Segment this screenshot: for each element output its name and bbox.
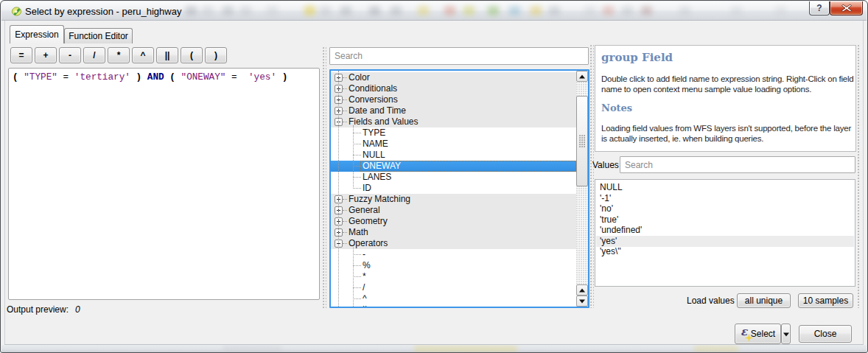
vscroll-down-button[interactable] [576,296,588,307]
operator-button-+[interactable]: + [35,47,57,63]
titlebar-reflection [391,6,402,15]
select-by-expression-dialog: Select by expression - peru_highway ? Ex… [0,0,868,353]
vscroll-up-button[interactable] [576,71,588,82]
arrow-up-icon [579,288,585,292]
tree-connector [353,254,361,255]
value-item--yes-[interactable]: 'yes\'' [596,246,854,257]
tree-connector [343,199,347,200]
titlebar-reflection [186,6,197,15]
tree-group-label: Geometry [349,216,388,227]
values-list[interactable]: NULL'-1''no''true''undefined''yes''yes\'… [595,179,855,287]
tree-item-conditionals[interactable]: Conditionals [331,83,576,94]
tree-item--[interactable]: / [331,282,576,293]
help-button[interactable]: ? [809,1,830,15]
close-button[interactable]: Close [799,325,852,343]
tree-group-label: General [349,205,380,216]
operator-button-^[interactable]: ^ [132,47,154,63]
tree-guide-root [338,71,339,307]
function-tree[interactable]: ColorConditionalsConversionsDate and Tim… [329,69,589,308]
tree-item-lanes[interactable]: LANES [331,172,576,183]
titlebar-reflection [731,6,742,15]
expression-token-plain [225,71,231,83]
expression-editor[interactable]: ( "TYPE" = 'tertiary' ) AND ( "ONEWAY" =… [8,68,320,300]
function-search-input[interactable] [329,47,589,65]
vscroll-thumb[interactable] [576,96,588,186]
values-search-input[interactable] [620,156,855,173]
ten-samples-button[interactable]: 10 samples [798,293,853,308]
titlebar-reflection [223,6,234,15]
value-item--true-[interactable]: 'true' [596,214,854,226]
operator-button-)[interactable]: ) [205,47,227,63]
tree-item--[interactable]: ^ [331,293,576,304]
titlebar[interactable]: Select by expression - peru_highway ? [1,1,867,21]
tree-item--[interactable]: || [331,304,576,308]
splitter-handle-right[interactable] [590,45,594,308]
tree-connector [343,111,347,111]
value-item--yes-[interactable]: 'yes' [596,236,854,247]
expression-select-icon: ε [741,326,747,338]
tree-connector [353,276,361,277]
tree-item-date-and-time[interactable]: Date and Time [331,105,576,116]
tree-item-label: LANES [363,172,391,183]
expression-token-string: 'yes' [248,71,276,83]
tree-item-general[interactable]: General [331,205,576,216]
value-item--1-[interactable]: '-1' [596,193,854,204]
value-item--no-[interactable]: 'no' [596,203,854,214]
tree-item-label: * [363,271,366,282]
expression-token-plain [141,71,147,83]
tree-item-geometry[interactable]: Geometry [331,216,576,227]
operator-button--[interactable]: - [59,47,81,63]
tree-connector [353,133,361,133]
tree-item-oneway[interactable]: ONEWAY [331,161,576,172]
tree-item--[interactable]: - [331,249,576,260]
titlebar-reflection [641,6,652,15]
bottom-glass-reflection [223,346,281,352]
splitter-handle-far-right[interactable] [858,45,861,308]
expression-token-plain [175,71,181,83]
tree-item-label: || [363,304,367,308]
tree-item--[interactable]: % [331,260,576,271]
expression-token-plain [276,71,282,83]
splitter-handle-left[interactable] [323,47,326,308]
operator-button-||[interactable]: || [156,47,178,63]
bottom-glass-reflection [414,346,517,352]
operator-button-=[interactable]: = [10,47,32,63]
titlebar-reflection [679,6,690,15]
operator-button-/[interactable]: / [83,47,105,63]
window-close-button[interactable] [830,1,863,15]
tree-item-color[interactable]: Color [331,72,576,83]
tree-item-fields-and-values[interactable]: Fields and Values [331,116,576,127]
tree-item-operators[interactable]: Operators [331,238,576,249]
select-button-label: Select [751,329,775,339]
operator-button-([interactable]: ( [181,47,203,63]
tree-item-conversions[interactable]: Conversions [331,94,576,105]
tree-group-label: Conditionals [349,83,397,94]
titlebar-reflection [622,6,633,15]
value-item--undefined-[interactable]: 'undefined' [596,225,854,236]
expression-text: ( "TYPE" = 'tertiary' ) AND ( "ONEWAY" =… [13,71,287,83]
tree-group-label: Conversions [349,94,398,105]
tree-item-name[interactable]: NAME [331,139,576,150]
tree-item-label: ^ [363,293,367,304]
select-button[interactable]: ε Select [735,324,781,344]
tab-function-editor[interactable]: Function Editor [64,28,133,43]
tree-item-null[interactable]: NULL [331,150,576,161]
vscroll-up-button-2[interactable] [576,284,588,296]
value-item-null[interactable]: NULL [596,182,854,193]
help-notes-title: Notes [601,102,850,113]
tree-item-fuzzy-matching[interactable]: Fuzzy Matching [331,194,576,205]
tree-connector [343,221,347,222]
tree-item-type[interactable]: TYPE [331,127,576,139]
select-dropdown-button[interactable] [781,324,791,344]
tab-expression[interactable]: Expression [10,25,64,43]
all-unique-button[interactable]: all unique [737,293,791,308]
values-label: Values [592,160,619,170]
expression-token-plain [237,71,248,83]
tree-item-id[interactable]: ID [331,183,576,194]
tree-connector [353,166,361,167]
operator-button-*[interactable]: * [108,47,130,63]
expression-token-paren: ) [282,71,288,83]
tree-item-math[interactable]: Math [331,227,576,238]
tree-item--[interactable]: * [331,271,576,282]
tree-group-label: Math [349,227,368,238]
